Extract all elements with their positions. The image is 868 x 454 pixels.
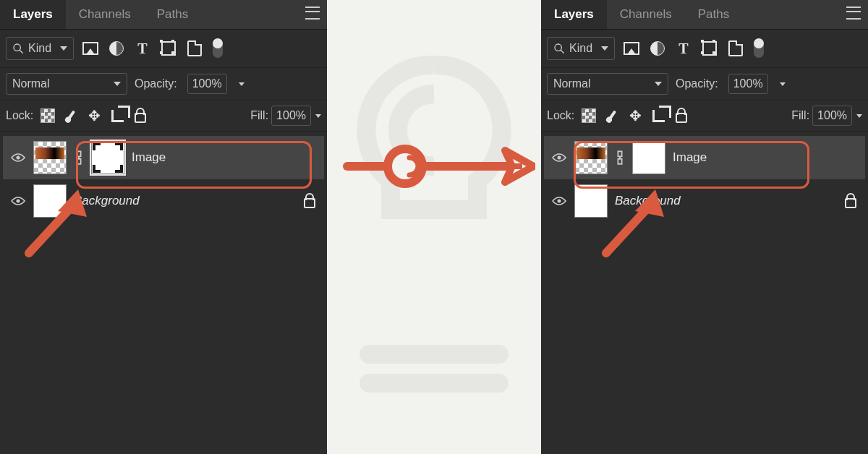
lock-artboard-icon[interactable] (110, 108, 124, 123)
lock-position-icon[interactable]: ✥ (628, 108, 642, 123)
lock-pixels-icon[interactable] (605, 108, 619, 123)
filter-kind-dropdown[interactable]: Kind (547, 37, 615, 60)
filter-pixel-icon[interactable] (82, 40, 98, 56)
lock-label: Lock: (6, 109, 33, 122)
tab-channels[interactable]: Channels (607, 0, 685, 29)
watermark-logo (340, 51, 528, 412)
chevron-down-icon[interactable] (780, 82, 786, 86)
lock-label: Lock: (547, 109, 574, 122)
lock-row: Lock: ✥ Fill: 100% (541, 100, 868, 132)
blend-mode-value: Normal (12, 77, 50, 90)
filter-kind-label: Kind (28, 42, 51, 55)
filter-pixel-icon[interactable] (624, 40, 639, 56)
lock-position-icon[interactable]: ✥ (87, 108, 101, 123)
filter-toggle[interactable] (213, 39, 223, 58)
lock-artboard-icon[interactable] (651, 108, 665, 123)
filter-toggle[interactable] (754, 39, 764, 58)
filter-smartobject-icon[interactable] (187, 40, 203, 56)
svg-point-6 (555, 44, 561, 51)
layer-name[interactable]: Image (673, 150, 858, 165)
tab-layers[interactable]: Layers (541, 0, 607, 29)
opacity-label: Opacity: (135, 77, 177, 90)
svg-point-3 (17, 200, 20, 203)
tab-layers[interactable]: Layers (0, 0, 66, 29)
panel-tabs: Layers Channels Paths (541, 0, 868, 30)
lock-row: Lock: ✥ Fill: 100% (0, 100, 327, 132)
filter-type-icon[interactable]: T (676, 40, 692, 56)
link-icon[interactable] (74, 150, 84, 166)
lock-icon (302, 194, 317, 208)
chevron-down-icon[interactable] (239, 82, 244, 86)
chevron-down-icon[interactable] (856, 114, 862, 118)
layer-row[interactable]: Image (544, 136, 865, 179)
layer-row[interactable]: Image (3, 136, 324, 179)
layer-mask-thumbnail[interactable] (632, 141, 665, 174)
chevron-down-icon[interactable] (315, 114, 321, 118)
lock-icon (843, 194, 858, 208)
filter-adjustment-icon[interactable] (650, 40, 665, 56)
blend-row: Normal Opacity: 100% (0, 68, 327, 100)
blend-mode-value: Normal (553, 77, 591, 90)
svg-line-10 (606, 206, 650, 253)
chevron-down-icon (655, 82, 662, 86)
blend-mode-dropdown[interactable]: Normal (547, 73, 668, 95)
panel-menu-icon[interactable] (846, 7, 861, 22)
svg-point-2 (17, 156, 20, 160)
fill-label: Fill: (791, 109, 809, 122)
svg-point-8 (558, 156, 561, 160)
filter-kind-dropdown[interactable]: Kind (6, 37, 74, 60)
svg-point-9 (558, 200, 561, 203)
lock-all-icon[interactable] (674, 108, 689, 123)
visibility-toggle[interactable] (551, 193, 567, 209)
lock-pixels-icon[interactable] (64, 108, 78, 123)
opacity-label: Opacity: (676, 77, 718, 90)
eye-icon (552, 196, 566, 206)
visibility-toggle[interactable] (551, 150, 567, 166)
svg-point-0 (14, 44, 20, 51)
filter-shape-icon[interactable] (161, 40, 176, 56)
layer-name[interactable]: Background (74, 194, 295, 208)
search-icon (12, 43, 24, 54)
mask-selection-corners (92, 142, 124, 174)
svg-line-7 (561, 50, 564, 53)
visibility-toggle[interactable] (10, 150, 26, 166)
layer-name[interactable]: Image (132, 150, 317, 165)
fill-label: Fill: (250, 109, 268, 122)
chevron-down-icon (60, 46, 67, 51)
panel-tabs: Layers Channels Paths (0, 0, 327, 30)
svg-line-1 (20, 50, 23, 53)
panel-menu-icon[interactable] (305, 7, 320, 22)
blend-mode-dropdown[interactable]: Normal (6, 73, 127, 95)
lock-all-icon[interactable] (133, 108, 148, 123)
layer-row[interactable]: Background (544, 179, 865, 223)
chevron-down-icon (114, 82, 121, 86)
filter-adjustment-icon[interactable] (109, 40, 124, 56)
filter-row: Kind T (0, 30, 327, 68)
layer-thumbnail[interactable] (33, 141, 67, 174)
search-icon (553, 43, 565, 54)
svg-line-4 (29, 206, 72, 253)
filter-smartobject-icon[interactable] (728, 40, 744, 56)
fill-field[interactable]: 100% (271, 106, 311, 126)
annotation-arrow (22, 188, 101, 260)
filter-shape-icon[interactable] (702, 40, 718, 56)
eye-icon (11, 153, 25, 163)
chevron-down-icon (601, 46, 608, 51)
filter-type-icon[interactable]: T (135, 40, 150, 56)
link-icon[interactable] (615, 150, 625, 166)
tab-paths[interactable]: Paths (144, 0, 201, 29)
lock-transparency-icon[interactable] (582, 108, 596, 123)
layer-thumbnail[interactable] (574, 141, 608, 174)
blend-row: Normal Opacity: 100% (541, 68, 868, 100)
annotation-arrow (599, 188, 678, 260)
filter-kind-label: Kind (569, 42, 592, 55)
tab-channels[interactable]: Channels (66, 0, 144, 29)
lock-transparency-icon[interactable] (41, 108, 55, 123)
layer-mask-thumbnail[interactable] (91, 141, 124, 174)
layers-panel-after: Layers Channels Paths Kind T Normal (541, 0, 868, 454)
opacity-field[interactable]: 100% (728, 74, 768, 94)
tab-paths[interactable]: Paths (685, 0, 742, 29)
transition-arrow (340, 145, 535, 188)
opacity-field[interactable]: 100% (187, 74, 227, 94)
fill-field[interactable]: 100% (812, 106, 852, 126)
